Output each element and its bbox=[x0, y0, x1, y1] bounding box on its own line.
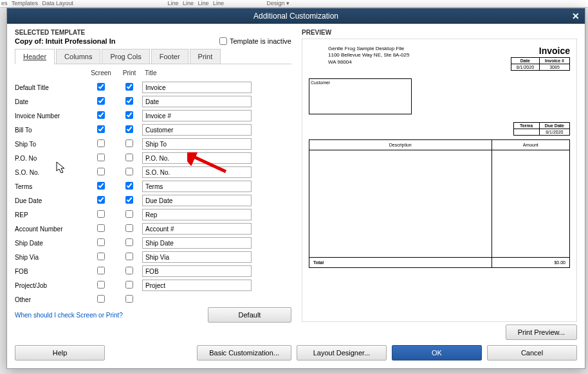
preview-company: Gentle Frog Sample Desktop File bbox=[328, 46, 409, 52]
title-input[interactable] bbox=[142, 138, 252, 150]
field-row: Ship To bbox=[15, 137, 291, 151]
preview-addr2: WA 98004 bbox=[328, 59, 409, 66]
screen-checkbox[interactable] bbox=[97, 253, 105, 260]
field-label: Ship Via bbox=[15, 254, 86, 261]
title-input[interactable] bbox=[142, 110, 252, 121]
screen-checkbox[interactable] bbox=[97, 295, 105, 303]
tab-columns[interactable]: Columns bbox=[56, 49, 100, 64]
field-label: Bill To bbox=[15, 127, 86, 134]
template-name: Copy of: Intuit Professional In bbox=[15, 37, 115, 45]
field-label: FOB bbox=[15, 268, 86, 275]
field-label: S.O. No. bbox=[15, 169, 86, 176]
screen-checkbox[interactable] bbox=[97, 281, 105, 289]
title-input[interactable] bbox=[142, 237, 252, 249]
field-grid: Screen Print Title Default TitleDateInvo… bbox=[15, 69, 291, 307]
preview-label: PREVIEW bbox=[302, 29, 577, 36]
field-row: S.O. No. bbox=[15, 165, 291, 179]
print-preview-button[interactable]: Print Preview... bbox=[506, 325, 577, 340]
field-row: Ship Date bbox=[15, 236, 291, 250]
close-icon[interactable]: ✕ bbox=[572, 11, 580, 21]
screen-checkbox[interactable] bbox=[97, 139, 105, 147]
field-row: P.O. No bbox=[15, 151, 291, 165]
dialog-title: Additional Customization bbox=[253, 12, 338, 21]
screen-checkbox[interactable] bbox=[97, 111, 105, 119]
print-checkbox[interactable] bbox=[125, 83, 133, 91]
screen-checkbox[interactable] bbox=[97, 238, 105, 246]
preview-line-table: DescriptionAmount Total$0.00 bbox=[309, 139, 570, 268]
print-checkbox[interactable] bbox=[125, 224, 133, 232]
title-input[interactable] bbox=[142, 124, 252, 136]
tab-header[interactable]: Header bbox=[15, 49, 55, 64]
tab-footer[interactable]: Footer bbox=[151, 49, 188, 64]
screen-checkbox[interactable] bbox=[97, 97, 105, 105]
layout-designer-button[interactable]: Layout Designer... bbox=[297, 345, 387, 361]
print-checkbox[interactable] bbox=[125, 154, 133, 161]
print-checkbox[interactable] bbox=[125, 97, 133, 105]
field-label: Other bbox=[15, 296, 86, 303]
print-checkbox[interactable] bbox=[125, 182, 133, 190]
title-input[interactable] bbox=[142, 265, 252, 277]
print-checkbox[interactable] bbox=[125, 281, 133, 289]
title-input[interactable] bbox=[142, 96, 252, 107]
print-checkbox[interactable] bbox=[125, 238, 133, 246]
title-input[interactable] bbox=[142, 209, 252, 220]
print-checkbox[interactable] bbox=[125, 139, 133, 147]
default-button[interactable]: Default bbox=[208, 307, 291, 323]
print-checkbox[interactable] bbox=[125, 267, 133, 274]
screen-checkbox[interactable] bbox=[97, 83, 105, 91]
title-input[interactable] bbox=[142, 195, 252, 206]
print-checkbox[interactable] bbox=[125, 125, 133, 133]
inactive-checkbox-input[interactable] bbox=[219, 37, 227, 45]
print-checkbox[interactable] bbox=[125, 196, 133, 204]
ok-button[interactable]: OK bbox=[392, 345, 482, 361]
title-input[interactable] bbox=[142, 82, 252, 93]
cancel-button[interactable]: Cancel bbox=[487, 345, 577, 361]
screen-checkbox[interactable] bbox=[97, 154, 105, 161]
title-input[interactable] bbox=[142, 152, 252, 164]
preview-date-table: DateInvoice # 8/1/20203085 bbox=[511, 57, 570, 71]
print-checkbox[interactable] bbox=[125, 168, 133, 175]
tab-prog-cols[interactable]: Prog Cols bbox=[102, 49, 149, 64]
template-inactive-checkbox[interactable]: Template is inactive bbox=[219, 37, 291, 45]
field-row: Invoice Number bbox=[15, 109, 291, 123]
col-header-title: Title bbox=[142, 69, 291, 76]
preview-terms-table: TermsDue Date 8/1/2020 bbox=[513, 122, 570, 136]
basic-customization-button[interactable]: Basic Customization... bbox=[197, 345, 291, 361]
dialog-titlebar: Additional Customization ✕ bbox=[7, 8, 585, 24]
field-row: FOB bbox=[15, 264, 291, 278]
dialog-footer: Help Basic Customization... Layout Desig… bbox=[7, 340, 585, 368]
print-checkbox[interactable] bbox=[125, 253, 133, 260]
field-row: REP bbox=[15, 208, 291, 222]
screen-checkbox[interactable] bbox=[97, 125, 105, 133]
print-checkbox[interactable] bbox=[125, 210, 133, 218]
field-row: Project/Job bbox=[15, 278, 291, 292]
col-header-screen: Screen bbox=[86, 69, 116, 76]
field-label: Due Date bbox=[15, 197, 86, 204]
col-header-print: Print bbox=[116, 69, 142, 76]
screen-checkbox[interactable] bbox=[97, 210, 105, 218]
title-input[interactable] bbox=[142, 166, 252, 178]
screen-checkbox[interactable] bbox=[97, 224, 105, 232]
field-label: Date bbox=[15, 98, 86, 105]
title-input[interactable] bbox=[142, 181, 252, 192]
title-input[interactable] bbox=[142, 223, 252, 235]
app-menubar: es Templates Data Layout Line Line Line … bbox=[0, 0, 588, 8]
screen-checkbox[interactable] bbox=[97, 196, 105, 204]
tabs-row: Header Columns Prog Cols Footer Print bbox=[15, 49, 291, 64]
print-checkbox[interactable] bbox=[125, 111, 133, 119]
field-label: REP bbox=[15, 211, 86, 218]
field-label: Account Number bbox=[15, 226, 86, 233]
print-checkbox[interactable] bbox=[125, 295, 133, 303]
help-button[interactable]: Help bbox=[15, 345, 105, 361]
title-input[interactable] bbox=[142, 251, 252, 263]
field-label: Ship To bbox=[15, 141, 86, 148]
field-label: P.O. No bbox=[15, 155, 86, 162]
field-row: Date bbox=[15, 94, 291, 109]
screen-checkbox[interactable] bbox=[97, 182, 105, 190]
preview-customer-box: Customer bbox=[309, 78, 412, 114]
field-label: Default Title bbox=[15, 84, 86, 91]
tab-print[interactable]: Print bbox=[190, 49, 221, 64]
screen-checkbox[interactable] bbox=[97, 168, 105, 175]
screen-checkbox[interactable] bbox=[97, 267, 105, 274]
title-input[interactable] bbox=[142, 280, 252, 291]
